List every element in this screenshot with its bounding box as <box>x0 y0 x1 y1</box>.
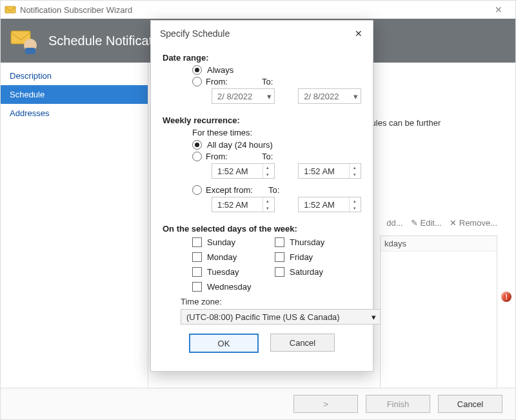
days-grid: Sunday Thursday Monday Friday Tuesday Sa… <box>192 237 361 292</box>
time-to-label: To: <box>262 152 288 161</box>
sidebar-item-description[interactable]: Description <box>1 66 148 85</box>
check-wednesday[interactable]: Wednesday <box>192 282 263 292</box>
dialog-titlebar: Specify Schedule ✕ <box>151 21 373 44</box>
dialog-close-button[interactable]: ✕ <box>352 27 365 40</box>
app-icon <box>5 4 16 15</box>
list-column-header[interactable]: kdays <box>381 236 497 252</box>
time-from-input[interactable]: 1:52 AM▴▾ <box>212 163 275 179</box>
spinner[interactable]: ▴▾ <box>349 164 359 178</box>
sidebar-item-schedule[interactable]: Schedule <box>1 85 148 104</box>
chevron-down-icon: ▾ <box>267 92 272 101</box>
date-to-picker[interactable]: 2/ 8/2022▾ <box>298 88 361 104</box>
weekly-subheading: For these times: <box>192 128 361 137</box>
schedule-list[interactable]: kdays <box>380 235 497 405</box>
close-icon: ✕ <box>355 28 362 39</box>
timezone-combo[interactable]: (UTC-08:00) Pacific Time (US & Canada) ▾ <box>181 309 381 325</box>
edit-label: Edit... <box>421 218 442 228</box>
sidebar-nav: Description Schedule Addresses <box>1 63 148 126</box>
radio-all-day-label: All day (24 hours) <box>207 140 273 150</box>
radio-time-from[interactable] <box>192 152 202 161</box>
list-toolbar: dd... ✎ Edit... ✕ Remove... <box>386 218 497 228</box>
date-from-label: From: <box>206 77 228 86</box>
except-from-label: Except from: <box>206 185 253 195</box>
titlebar: Notification Subscriber Wizard ✕ <box>1 1 515 19</box>
cancel-button[interactable]: Cancel <box>438 395 502 413</box>
check-saturday[interactable]: Saturday <box>275 267 346 277</box>
check-monday[interactable]: Monday <box>192 252 263 262</box>
except-to-input[interactable]: 1:52 AM▴▾ <box>298 197 361 212</box>
add-label: dd... <box>386 218 402 228</box>
check-sunday[interactable]: Sunday <box>192 237 263 247</box>
banner-icon <box>10 26 39 55</box>
radio-except-from[interactable] <box>192 185 202 195</box>
banner-title: Schedule Notificati <box>48 34 155 48</box>
dialog-body: Date range: Always From: To: 2/ 8/2022▾ … <box>151 44 373 371</box>
spinner[interactable]: ▴▾ <box>349 197 359 212</box>
wizard-window: Notification Subscriber Wizard ✕ Schedul… <box>0 0 516 420</box>
remove-label: Remove... <box>459 218 497 228</box>
specify-schedule-dialog: Specify Schedule ✕ Date range: Always Fr… <box>150 20 373 372</box>
radio-all-day[interactable] <box>192 140 202 150</box>
sidebar: Description Schedule Addresses <box>1 63 148 388</box>
error-icon: ! <box>501 292 511 302</box>
weekly-heading: Weekly recurrence: <box>163 115 361 125</box>
svg-rect-3 <box>25 48 35 54</box>
sidebar-item-addresses[interactable]: Addresses <box>1 104 148 123</box>
svg-rect-0 <box>5 6 15 13</box>
check-tuesday[interactable]: Tuesday <box>192 267 263 277</box>
window-close-button[interactable]: ✕ <box>486 1 511 19</box>
dialog-buttons: OK Cancel <box>163 325 361 363</box>
dialog-cancel-button[interactable]: Cancel <box>270 334 335 352</box>
add-button[interactable]: dd... <box>386 218 402 228</box>
time-to-input[interactable]: 1:52 AM▴▾ <box>298 163 361 179</box>
except-from-input[interactable]: 1:52 AM▴▾ <box>212 197 275 212</box>
check-friday[interactable]: Friday <box>275 252 346 262</box>
radio-always-label: Always <box>207 65 233 75</box>
date-from-picker[interactable]: 2/ 8/2022▾ <box>212 88 275 104</box>
wizard-buttons: > Finish Cancel <box>1 388 515 419</box>
close-icon: ✕ <box>495 5 502 15</box>
finish-button[interactable]: Finish <box>366 395 430 413</box>
date-range-heading: Date range: <box>163 53 361 63</box>
radio-always[interactable] <box>192 65 202 75</box>
days-heading: On the selected days of the week: <box>163 224 361 234</box>
x-icon: ✕ <box>450 218 457 228</box>
pencil-icon: ✎ <box>411 218 418 228</box>
radio-date-from[interactable] <box>192 77 202 86</box>
spinner[interactable]: ▴▾ <box>263 197 273 212</box>
check-thursday[interactable]: Thursday <box>275 237 346 247</box>
chevron-down-icon: ▾ <box>353 92 358 101</box>
dialog-title: Specify Schedule <box>160 28 352 39</box>
window-title: Notification Subscriber Wizard <box>20 5 486 15</box>
except-to-label: To: <box>268 185 294 195</box>
timezone-label: Time zone: <box>181 297 361 306</box>
ok-button[interactable]: OK <box>189 334 259 353</box>
date-to-label: To: <box>262 77 288 86</box>
chevron-down-icon: ▾ <box>372 312 376 322</box>
remove-button[interactable]: ✕ Remove... <box>450 218 497 228</box>
next-button[interactable]: > <box>293 395 358 413</box>
spinner[interactable]: ▴▾ <box>263 164 273 178</box>
time-from-label: From: <box>206 152 228 161</box>
edit-button[interactable]: ✎ Edit... <box>411 218 442 228</box>
